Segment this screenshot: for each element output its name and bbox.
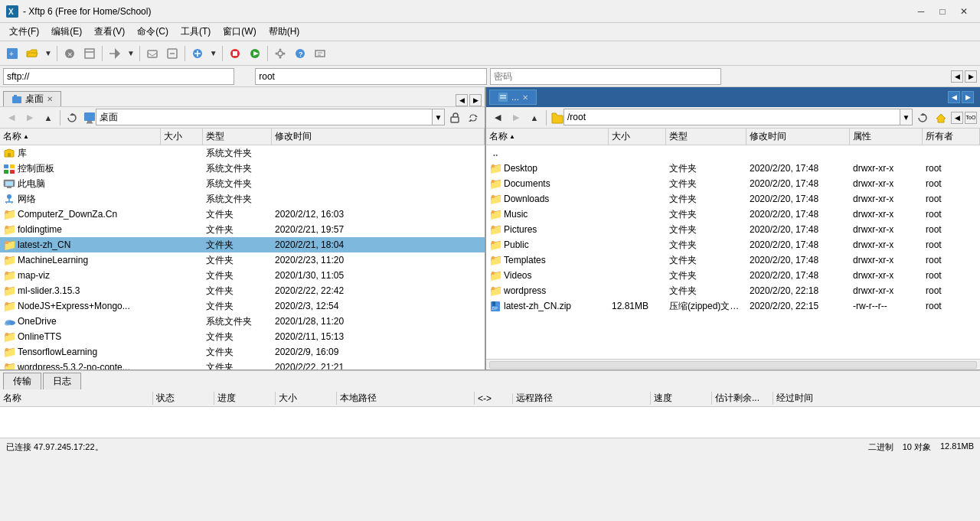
transfer-col-localpath[interactable]: 本地路径 bbox=[337, 392, 475, 405]
table-row[interactable]: 📁Music 文件夹 2020/2/20, 17:48 drwxr-xr-x r… bbox=[486, 207, 980, 222]
table-row[interactable]: 📁Downloads 文件夹 2020/2/20, 17:48 drwxr-xr… bbox=[486, 191, 980, 207]
menu-edit[interactable]: 编辑(E) bbox=[45, 24, 88, 40]
table-row[interactable]: 📁Public 文件夹 2020/2/20, 17:48 drwxr-xr-x … bbox=[486, 237, 980, 252]
right-col-owner-header[interactable]: 所有者 bbox=[923, 129, 980, 145]
table-row[interactable]: 📁Desktop 文件夹 2020/2/20, 17:48 drwxr-xr-x… bbox=[486, 161, 980, 176]
stop-btn[interactable] bbox=[226, 44, 244, 63]
table-row[interactable]: 此电脑 系统文件夹 bbox=[0, 176, 485, 191]
right-nav-scroll-right[interactable]: ToO bbox=[965, 112, 977, 124]
help-btn[interactable]: ? bbox=[291, 44, 309, 63]
close-button[interactable]: ✕ bbox=[954, 4, 974, 19]
transfer-col-progress[interactable]: 进度 bbox=[214, 392, 276, 405]
table-row[interactable]: 📁Templates 文件夹 2020/2/20, 17:48 drwxr-xr… bbox=[486, 252, 980, 268]
left-col-type-header[interactable]: 类型 bbox=[203, 129, 272, 145]
table-row[interactable]: 📁 OnlineTTS 文件夹 2020/2/11, 15:13 bbox=[0, 329, 485, 344]
left-col-name-header[interactable]: 名称 ▲ bbox=[0, 129, 161, 145]
window-controls[interactable]: ─ □ ✕ bbox=[911, 4, 974, 19]
right-col-name-header[interactable]: 名称 ▲ bbox=[486, 129, 609, 145]
table-row[interactable]: ZIP latest-zh_CN.zip 12.81MB 压缩(zipped)文… bbox=[486, 298, 980, 314]
right-forward-btn[interactable]: ▶ bbox=[508, 109, 524, 126]
left-tab-scroll-left[interactable]: ◀ bbox=[456, 94, 468, 106]
sftp-address-input[interactable] bbox=[3, 68, 234, 85]
right-col-type-header[interactable]: 类型 bbox=[666, 129, 746, 145]
table-row[interactable]: 📁 MachineLearning 文件夹 2020/2/23, 11:20 bbox=[0, 252, 485, 268]
toolbar-btn6[interactable] bbox=[163, 44, 181, 63]
right-tab-scroll-right[interactable]: ▶ bbox=[962, 91, 974, 103]
scroll-right-arrow[interactable]: ▶ bbox=[965, 70, 977, 83]
table-row[interactable]: 📁Pictures 文件夹 2020/2/20, 17:48 drwxr-xr-… bbox=[486, 222, 980, 237]
table-row[interactable]: 控制面板 系统文件夹 bbox=[0, 161, 485, 176]
table-row[interactable]: 📁 TensorflowLearning 文件夹 2020/2/9, 16:09 bbox=[0, 344, 485, 360]
extra-btn[interactable] bbox=[311, 44, 329, 63]
right-col-size-header[interactable]: 大小 bbox=[609, 129, 666, 145]
toolbar-btn7[interactable] bbox=[188, 44, 207, 63]
toolbar-btn4[interactable] bbox=[106, 44, 124, 63]
table-row[interactable]: 📁wordpress 文件夹 2020/2/20, 22:18 drwxr-xr… bbox=[486, 283, 980, 298]
right-path-dropdown[interactable]: ▼ bbox=[900, 109, 913, 125]
left-parent-btn[interactable] bbox=[446, 109, 463, 126]
btn7-dropdown[interactable]: ▼ bbox=[208, 47, 219, 59]
left-tab-scroll-right[interactable]: ▶ bbox=[469, 94, 482, 106]
left-col-date-header[interactable]: 修改时间 bbox=[272, 129, 485, 145]
right-nav-scroll-left[interactable]: ◀ bbox=[951, 112, 963, 124]
toolbar-btn2[interactable]: ✕ bbox=[60, 44, 79, 63]
right-tab-root[interactable]: ... ✕ bbox=[489, 90, 537, 105]
toolbar-btn5[interactable] bbox=[143, 44, 162, 63]
menu-window[interactable]: 窗口(W) bbox=[217, 24, 262, 40]
transfer-col-name[interactable]: 名称 bbox=[0, 392, 153, 405]
btn4-dropdown[interactable]: ▼ bbox=[126, 47, 136, 59]
open-dropdown[interactable]: ▼ bbox=[43, 47, 54, 59]
maximize-button[interactable]: □ bbox=[933, 4, 952, 19]
transfer-col-direction[interactable]: <-> bbox=[475, 393, 513, 404]
table-row[interactable]: 📁 wordpress-5.3.2-no-conte... 文件夹 2020/2… bbox=[0, 360, 485, 370]
table-row[interactable]: 📁 NodeJS+Express+Mongo... 文件夹 2020/2/3, … bbox=[0, 298, 485, 314]
left-back-btn[interactable]: ◀ bbox=[3, 109, 20, 126]
left-col-size-header[interactable]: 大小 bbox=[161, 129, 203, 145]
menu-view[interactable]: 查看(V) bbox=[88, 24, 131, 40]
menu-command[interactable]: 命令(C) bbox=[131, 24, 175, 40]
table-row[interactable]: 库 系统文件夹 bbox=[0, 145, 485, 161]
left-tab-desktop[interactable]: 桌面 ✕ bbox=[3, 91, 61, 106]
table-row[interactable]: 📁 ml-slider.3.15.3 文件夹 2020/2/22, 22:42 bbox=[0, 283, 485, 298]
transfer-col-size[interactable]: 大小 bbox=[276, 392, 337, 405]
table-row[interactable]: 📁 foldingtime 文件夹 2020/2/21, 19:57 bbox=[0, 222, 485, 237]
left-up-btn[interactable]: ▲ bbox=[40, 109, 57, 126]
table-row[interactable]: .. bbox=[486, 145, 980, 161]
log-tab[interactable]: 日志 bbox=[43, 373, 81, 389]
right-up-btn[interactable]: ▲ bbox=[526, 109, 543, 126]
menu-help[interactable]: 帮助(H) bbox=[263, 24, 306, 40]
right-col-date-header[interactable]: 修改时间 bbox=[746, 129, 850, 145]
scroll-left-arrow[interactable]: ◀ bbox=[951, 70, 963, 83]
transfer-col-status[interactable]: 状态 bbox=[153, 392, 214, 405]
left-sync-btn[interactable] bbox=[465, 109, 482, 126]
left-refresh-btn[interactable] bbox=[64, 109, 80, 126]
right-tab-scroll-left[interactable]: ◀ bbox=[948, 91, 960, 103]
transfer-col-remotepath[interactable]: 远程路径 bbox=[513, 392, 651, 405]
left-path-dropdown[interactable]: ▼ bbox=[433, 109, 445, 125]
right-col-perm-header[interactable]: 属性 bbox=[850, 129, 923, 145]
left-forward-btn[interactable]: ▶ bbox=[21, 109, 38, 126]
new-session-button[interactable]: + bbox=[3, 44, 21, 63]
resume-btn[interactable] bbox=[246, 44, 264, 63]
table-row[interactable]: 📁 map-viz 文件夹 2020/1/30, 11:05 bbox=[0, 268, 485, 283]
password-input[interactable] bbox=[490, 68, 721, 85]
transfer-col-elapsed[interactable]: 经过时间 bbox=[773, 392, 835, 405]
minimize-button[interactable]: ─ bbox=[911, 4, 931, 19]
right-hscrollbar[interactable] bbox=[486, 359, 980, 370]
table-row[interactable]: OneDrive 系统文件夹 2020/1/28, 11:20 bbox=[0, 314, 485, 329]
transfer-col-speed[interactable]: 速度 bbox=[651, 392, 712, 405]
left-tab-close[interactable]: ✕ bbox=[47, 95, 53, 103]
left-file-list[interactable]: 库 系统文件夹 控制面板 系统文件夹 bbox=[0, 145, 485, 370]
open-button[interactable] bbox=[23, 44, 41, 63]
right-back-btn[interactable]: ◀ bbox=[489, 109, 506, 126]
table-row[interactable]: 📁 ComputerZ_DownZa.Cn 文件夹 2020/2/12, 16:… bbox=[0, 207, 485, 222]
right-refresh-btn[interactable] bbox=[914, 109, 931, 126]
table-row[interactable]: 📁Documents 文件夹 2020/2/20, 17:48 drwxr-xr… bbox=[486, 176, 980, 191]
table-row[interactable]: 📁 latest-zh_CN 文件夹 2020/2/21, 18:04 bbox=[0, 237, 485, 252]
username-input[interactable] bbox=[255, 68, 486, 85]
right-tab-close[interactable]: ✕ bbox=[522, 93, 528, 102]
right-file-list[interactable]: .. 📁Desktop 文件夹 2020/2/20, 17:48 drwxr-x… bbox=[486, 145, 980, 359]
right-path-box[interactable]: /root bbox=[564, 109, 900, 125]
transfer-tab[interactable]: 传输 bbox=[3, 373, 41, 389]
transfer-col-eta[interactable]: 估计剩余... bbox=[712, 392, 773, 405]
